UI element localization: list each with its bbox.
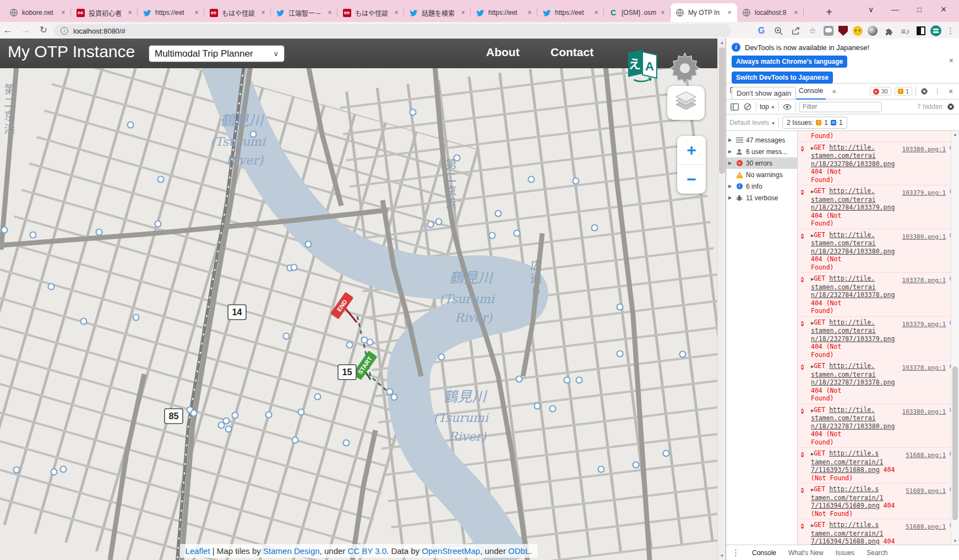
map-marker[interactable]: [128, 122, 134, 128]
map-marker[interactable]: [528, 177, 535, 183]
tab-close-icon[interactable]: ×: [459, 9, 467, 17]
map-marker[interactable]: [30, 232, 36, 238]
tab-close-icon[interactable]: ×: [259, 9, 268, 17]
source-location-link[interactable]: 103378.png:1: [902, 277, 946, 284]
clear-console-icon[interactable]: [743, 102, 753, 111]
default-levels-selector[interactable]: Default levels ▼: [729, 119, 775, 127]
expand-arrow-icon[interactable]: ▶: [728, 161, 733, 166]
console-scroll-up-icon[interactable]: ▲: [951, 131, 959, 138]
map-marker[interactable]: [550, 406, 556, 412]
map-marker[interactable]: [454, 155, 460, 161]
browser-tab[interactable]: https://eet ×: [471, 3, 537, 22]
request-url-link[interactable]: http://tile.: [829, 362, 875, 370]
console-sidebar-item[interactable]: ▶ 47 messages: [726, 134, 797, 146]
map-marker[interactable]: [219, 422, 225, 429]
request-url-link[interactable]: http://tile.s: [829, 449, 879, 457]
leaflet-map[interactable]: 鶴見川(TsurumiRiver)鶴見川(TsurumiRiver)鶴見川(Ts…: [0, 68, 717, 560]
map-marker[interactable]: [266, 412, 272, 418]
playlist-icon[interactable]: ≡♪: [900, 25, 912, 37]
tab-close-icon[interactable]: ×: [658, 9, 667, 17]
map-marker[interactable]: [495, 211, 502, 217]
map-marker[interactable]: [514, 230, 520, 237]
map-marker[interactable]: [598, 466, 604, 473]
filter-settings-gear-icon[interactable]: [946, 102, 956, 111]
map-marker[interactable]: [298, 409, 304, 415]
source-location-link[interactable]: 103380.png:1: [902, 146, 946, 153]
map-marker[interactable]: [2, 227, 8, 233]
switch-japanese-button[interactable]: Switch DevTools to Japanese: [732, 72, 833, 84]
url-text[interactable]: localhost:8080/#: [73, 27, 126, 35]
planner-select[interactable]: Multimodal Trip Planner ∨: [149, 45, 285, 62]
scroll-up-icon[interactable]: ▲: [718, 39, 726, 47]
map-marker[interactable]: [410, 109, 416, 116]
tab-close-icon[interactable]: ×: [592, 9, 601, 17]
settings-gear-icon[interactable]: [669, 53, 700, 86]
bottom-tab-console[interactable]: Console: [752, 549, 776, 557]
bottom-tab-issues[interactable]: Issues: [836, 549, 855, 557]
ublock-extension-icon[interactable]: 1: [838, 26, 848, 36]
attribution-link[interactable]: OpenStreetMap: [422, 546, 480, 556]
map-marker[interactable]: [573, 178, 579, 184]
request-url-link[interactable]: http://tile.: [829, 231, 875, 239]
window-menu-icon[interactable]: ∨: [859, 5, 883, 14]
scroll-down-icon[interactable]: ▼: [718, 552, 726, 560]
console-scrollbar-thumb[interactable]: [952, 366, 958, 520]
sidebar-toggle-icon[interactable]: [729, 102, 739, 111]
source-location-link[interactable]: 51688.png:1: [906, 523, 946, 530]
source-location-link[interactable]: 51689.png:1: [906, 487, 946, 495]
browser-tab[interactable]: localhost:8 ×: [737, 3, 804, 22]
browser-tab[interactable]: 話題を検索 ×: [404, 3, 471, 22]
map-marker[interactable]: [315, 394, 321, 400]
browser-tab[interactable]: kobore.net ×: [4, 3, 71, 22]
bookmark-star-icon[interactable]: ☆: [807, 25, 819, 37]
map-marker[interactable]: [306, 241, 312, 248]
tab-close-icon[interactable]: ×: [325, 9, 334, 17]
tab-close-icon[interactable]: ×: [725, 9, 734, 17]
map-marker[interactable]: [250, 131, 257, 138]
console-scroll-down-icon[interactable]: ▼: [951, 537, 959, 545]
request-url-link[interactable]: http://tile.: [829, 406, 875, 414]
map-marker[interactable]: [617, 351, 623, 357]
share-icon[interactable]: [789, 25, 802, 37]
maximize-icon[interactable]: □: [907, 6, 931, 14]
browser-tab[interactable]: ee 投資初心者 ×: [71, 3, 138, 22]
console-sidebar-item[interactable]: ▶ i 6 info: [726, 180, 797, 192]
extensions-puzzle-icon[interactable]: [882, 25, 895, 37]
close-window-icon[interactable]: ×: [931, 4, 956, 15]
request-url-link[interactable]: http://tile.s: [829, 521, 879, 529]
map-marker[interactable]: [48, 284, 55, 290]
map-marker[interactable]: [516, 376, 522, 382]
map-marker[interactable]: [633, 462, 639, 468]
browser-tab[interactable]: ee もはや怪談 ×: [204, 3, 271, 22]
minimize-icon[interactable]: —: [883, 5, 907, 14]
notification-close-icon[interactable]: ×: [949, 56, 953, 65]
nav-about[interactable]: About: [486, 46, 520, 59]
map-marker[interactable]: [61, 466, 67, 473]
map-marker[interactable]: [155, 221, 161, 227]
browser-tab[interactable]: My OTP In ×: [671, 3, 737, 22]
expand-arrow-icon[interactable]: ▶: [728, 138, 733, 142]
console-filter-input[interactable]: [799, 102, 882, 112]
browser-tab[interactable]: https://eet ×: [138, 3, 204, 22]
contrast-extension-icon[interactable]: [917, 26, 925, 35]
map-marker[interactable]: [387, 389, 393, 395]
map-marker[interactable]: [564, 377, 570, 383]
source-location-link[interactable]: 103380.png:1: [902, 233, 946, 240]
request-url-link[interactable]: http://tile.s: [829, 485, 879, 493]
map-marker[interactable]: [680, 352, 686, 358]
map-marker[interactable]: [292, 437, 298, 443]
map-marker[interactable]: [428, 222, 434, 228]
map-marker[interactable]: [391, 394, 397, 400]
expand-arrow-icon[interactable]: ▶: [728, 184, 733, 189]
attribution-link[interactable]: Leaflet: [186, 546, 210, 556]
attribution-link[interactable]: Stamen Design: [263, 546, 320, 556]
tab-close-icon[interactable]: ×: [126, 9, 134, 17]
tab-close-icon[interactable]: ×: [525, 9, 534, 17]
attribution-link[interactable]: CC BY 3.0: [347, 546, 386, 556]
browser-tab[interactable]: https://eet ×: [537, 3, 604, 22]
back-icon[interactable]: ←: [0, 22, 15, 39]
page-scrollbar[interactable]: ▲ ▼: [717, 39, 726, 560]
issues-counter[interactable]: 2 Issues: ! 1 1: [782, 117, 847, 129]
map-marker[interactable]: [291, 265, 297, 271]
nav-contact[interactable]: Contact: [551, 46, 593, 59]
